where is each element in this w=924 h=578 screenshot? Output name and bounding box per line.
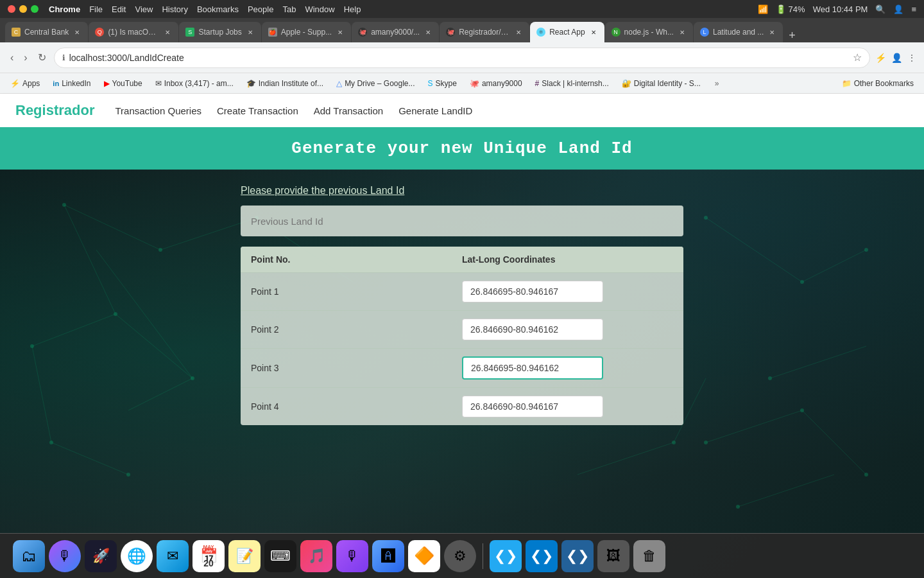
- slack-icon: #: [535, 79, 540, 88]
- tab-label-registrador: Registrador/L...: [459, 28, 510, 37]
- tab-close-nodejs[interactable]: ✕: [678, 28, 687, 37]
- extensions-icon[interactable]: ⚡: [875, 53, 886, 63]
- favicon-startup: S: [185, 28, 194, 37]
- menu-chrome[interactable]: Chrome: [49, 4, 80, 14]
- svg-line-13: [738, 475, 834, 507]
- bookmarks-more-button[interactable]: »: [711, 77, 723, 90]
- iiot-icon: 🎓: [246, 79, 256, 88]
- tab-close-qanda[interactable]: ✕: [163, 28, 172, 37]
- bookmark-apps[interactable]: ⚡ Apps: [5, 77, 45, 90]
- dock-podcasts[interactable]: 🎙: [336, 540, 368, 572]
- menu-tab[interactable]: Tab: [282, 4, 296, 14]
- settings-icon[interactable]: ⋮: [907, 53, 916, 63]
- dock-vscode1[interactable]: ❮❯: [490, 540, 522, 572]
- menu-bookmarks[interactable]: Bookmarks: [197, 4, 239, 14]
- skype-icon: S: [428, 79, 433, 88]
- address-input-container[interactable]: ℹ localhost:3000/LandIdCreate ☆: [54, 48, 870, 68]
- hero-banner: Generate your new Unique Land Id: [0, 127, 924, 170]
- close-button[interactable]: [8, 5, 15, 13]
- bookmark-inbox[interactable]: ✉ Inbox (3,417) - am...: [150, 77, 239, 90]
- point1-coord-input[interactable]: [462, 281, 603, 302]
- tab-central-bank[interactable]: C Central Bank ✕: [5, 22, 88, 42]
- dock-chrome[interactable]: 🌐: [121, 540, 153, 572]
- dock-photos[interactable]: 🖼: [597, 540, 629, 572]
- new-tab-button[interactable]: +: [783, 29, 801, 42]
- dock-trash[interactable]: 🗑: [633, 540, 665, 572]
- tab-registrador[interactable]: 🐙 Registrador/L... ✕: [440, 22, 529, 42]
- dock-launchpad[interactable]: 🚀: [85, 540, 117, 572]
- user-icon[interactable]: 👤: [893, 4, 903, 14]
- tab-close-amany1[interactable]: ✕: [424, 28, 432, 37]
- reload-button[interactable]: ↻: [35, 49, 49, 66]
- bookmark-skype[interactable]: S Skype: [423, 77, 462, 90]
- profile-icon[interactable]: 👤: [891, 53, 902, 63]
- nav-create-transaction[interactable]: Create Transaction: [217, 103, 298, 119]
- minimize-button[interactable]: [19, 5, 27, 13]
- bookmark-digitalid[interactable]: 🔐 Digital Identity - S...: [617, 77, 706, 90]
- address-text[interactable]: localhost:3000/LandIdCreate: [69, 53, 849, 63]
- tab-nodejs[interactable]: N node.js - Wh... ✕: [605, 22, 693, 42]
- dock-vlc[interactable]: 🔶: [408, 540, 440, 572]
- menu-history[interactable]: History: [162, 4, 187, 14]
- dock-vscode3[interactable]: ❮❯: [561, 540, 594, 572]
- menu-view[interactable]: View: [135, 4, 153, 14]
- nav-add-transaction[interactable]: Add Transaction: [314, 103, 383, 119]
- other-bookmarks[interactable]: 📁 Other Bookmarks: [837, 77, 919, 90]
- menu-help[interactable]: Help: [344, 4, 361, 14]
- dock-vscode2[interactable]: ❮❯: [526, 540, 558, 572]
- svg-line-7: [51, 442, 128, 475]
- menu-people[interactable]: People: [248, 4, 273, 14]
- previous-land-id-label[interactable]: Please provide the previous Land Id: [241, 185, 404, 197]
- dock-calendar[interactable]: 📅 MAY 20: [193, 540, 225, 572]
- bookmark-linkedin[interactable]: in LinkedIn: [47, 77, 96, 90]
- nav-generate-landid[interactable]: Generate LandID: [398, 103, 472, 119]
- bookmark-star-icon[interactable]: ☆: [853, 51, 862, 64]
- point2-label: Point 2: [251, 324, 462, 335]
- point4-coord-input[interactable]: [462, 396, 603, 417]
- tab-react-app[interactable]: ⚛ React App ✕: [530, 22, 604, 42]
- svg-point-34: [672, 441, 676, 444]
- favicon-apple: 🍎: [268, 28, 277, 37]
- favicon-qanda: Q: [95, 28, 104, 37]
- bookmark-youtube[interactable]: ▶ YouTube: [99, 77, 148, 90]
- forward-button[interactable]: ›: [21, 49, 30, 66]
- bookmark-amany[interactable]: 🐙 amany9000: [465, 77, 527, 90]
- bookmark-drive[interactable]: △ My Drive – Google...: [331, 77, 420, 90]
- tab-close-latitude[interactable]: ✕: [767, 28, 776, 37]
- maximize-button[interactable]: [31, 5, 38, 13]
- tab-close-react[interactable]: ✕: [589, 28, 598, 37]
- dock-system-prefs[interactable]: ⚙: [444, 540, 476, 572]
- controls-icon[interactable]: ≡: [911, 4, 916, 14]
- tab-amany1[interactable]: 🐙 amany9000/... ✕: [352, 22, 439, 42]
- tab-label-central-bank: Central Bank: [24, 28, 69, 37]
- dock-finder[interactable]: 🗂: [13, 540, 45, 572]
- back-button[interactable]: ‹: [8, 49, 16, 66]
- menu-window[interactable]: Window: [305, 4, 334, 14]
- menu-edit[interactable]: Edit: [112, 4, 126, 14]
- tab-close-apple[interactable]: ✕: [336, 28, 345, 37]
- menu-file[interactable]: File: [89, 4, 103, 14]
- dock-music[interactable]: 🎵: [300, 540, 332, 572]
- bookmark-slack[interactable]: # Slack | kl-internsh...: [530, 77, 614, 90]
- tab-apple[interactable]: 🍎 Apple - Supp... ✕: [262, 22, 351, 42]
- tab-latitude[interactable]: L Latitude and ... ✕: [694, 22, 783, 42]
- point2-coord-input[interactable]: [462, 319, 603, 340]
- other-bookmarks-label: Other Bookmarks: [854, 79, 914, 88]
- nav-transaction-queries[interactable]: Transaction Queries: [115, 103, 201, 119]
- header-point-no: Point No.: [251, 254, 462, 265]
- dock-terminal[interactable]: ⌨: [264, 540, 296, 572]
- dock-notes[interactable]: 📝: [228, 540, 261, 572]
- search-icon[interactable]: 🔍: [875, 4, 886, 14]
- point3-coord-input[interactable]: [462, 356, 603, 380]
- dock-siri[interactable]: 🎙: [49, 540, 81, 572]
- tab-close-startup[interactable]: ✕: [246, 28, 255, 37]
- brand-logo[interactable]: Registrador: [15, 102, 94, 119]
- bookmark-iiot[interactable]: 🎓 Indian Institute of...: [241, 77, 329, 90]
- dock-mail[interactable]: ✉: [157, 540, 189, 572]
- previous-land-id-input[interactable]: [241, 206, 683, 236]
- tab-close-central-bank[interactable]: ✕: [73, 28, 81, 37]
- tab-startup[interactable]: S Startup Jobs ✕: [179, 22, 261, 42]
- tab-qanda[interactable]: Q (1) Is macOS... ✕: [89, 22, 178, 42]
- tab-close-registrador[interactable]: ✕: [514, 28, 523, 37]
- dock-appstore[interactable]: 🅰: [372, 540, 404, 572]
